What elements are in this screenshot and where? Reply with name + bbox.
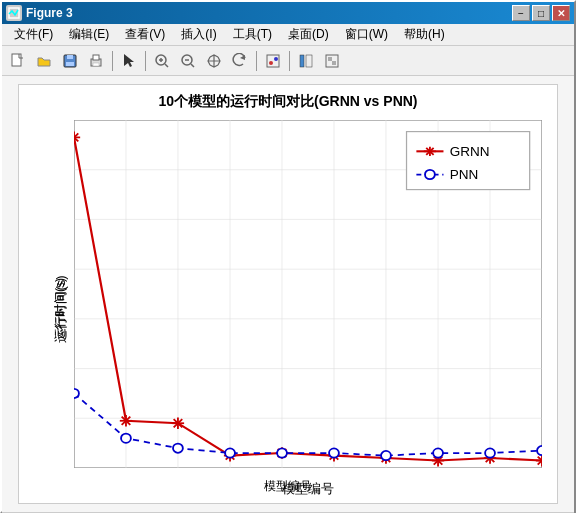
minimize-button[interactable]: −: [512, 5, 530, 21]
toolbar-separator-3: [256, 51, 257, 71]
main-window: Figure 3 − □ ✕ 文件(F)编辑(E)查看(V)插入(I)工具(T)…: [0, 0, 576, 513]
menu-item-帮助(H)[interactable]: 帮助(H): [396, 24, 453, 45]
menu-item-查看(V)[interactable]: 查看(V): [117, 24, 173, 45]
svg-rect-1: [12, 54, 21, 66]
svg-line-14: [191, 64, 194, 67]
svg-point-93: [537, 446, 542, 455]
open-button[interactable]: [32, 49, 56, 73]
legend-pnn-label: PNN: [450, 168, 479, 183]
chart-container: 10个模型的运行时间对比(GRNN vs PNN) 运行时间(s) 模型编号: [18, 84, 558, 504]
maximize-button[interactable]: □: [532, 5, 550, 21]
zoom-in-button[interactable]: [150, 49, 174, 73]
svg-rect-7: [93, 63, 99, 66]
svg-point-88: [277, 448, 287, 457]
menu-item-工具(T)[interactable]: 工具(T): [225, 24, 280, 45]
menu-bar: 文件(F)编辑(E)查看(V)插入(I)工具(T)桌面(D)窗口(W)帮助(H): [2, 24, 574, 46]
svg-point-85: [121, 434, 131, 443]
print-button[interactable]: [84, 49, 108, 73]
svg-point-92: [485, 448, 495, 457]
menu-item-文件(F)[interactable]: 文件(F): [6, 24, 61, 45]
legend-grnn-label: GRNN: [450, 144, 490, 159]
window-controls: − □ ✕: [512, 5, 570, 21]
menu-item-插入(I)[interactable]: 插入(I): [173, 24, 224, 45]
svg-rect-4: [66, 62, 74, 66]
svg-point-89: [329, 448, 339, 457]
chart-title: 10个模型的运行时间对比(GRNN vs PNN): [19, 85, 557, 115]
svg-rect-6: [93, 55, 99, 60]
save-button[interactable]: [58, 49, 82, 73]
window-title: Figure 3: [26, 6, 73, 20]
toolbar-separator-1: [112, 51, 113, 71]
svg-point-90: [381, 451, 391, 460]
brush-button[interactable]: [294, 49, 318, 73]
svg-rect-21: [306, 55, 312, 67]
menu-item-编辑(E)[interactable]: 编辑(E): [61, 24, 117, 45]
data-cursor-button[interactable]: [261, 49, 285, 73]
svg-rect-20: [300, 55, 304, 67]
toolbar: [2, 46, 574, 76]
toolbar-separator-2: [145, 51, 146, 71]
svg-point-101: [425, 170, 435, 179]
svg-marker-8: [124, 54, 134, 67]
rotate-button[interactable]: [228, 49, 252, 73]
svg-marker-16: [240, 55, 245, 60]
svg-point-87: [225, 448, 235, 457]
chart-area: 10个模型的运行时间对比(GRNN vs PNN) 运行时间(s) 模型编号: [2, 76, 574, 512]
link-button[interactable]: [320, 49, 344, 73]
svg-point-91: [433, 448, 443, 457]
new-button[interactable]: [6, 49, 30, 73]
svg-point-19: [274, 57, 278, 61]
pointer-button[interactable]: [117, 49, 141, 73]
toolbar-separator-4: [289, 51, 290, 71]
close-button[interactable]: ✕: [552, 5, 570, 21]
menu-item-窗口(W)[interactable]: 窗口(W): [337, 24, 396, 45]
title-bar: Figure 3 − □ ✕: [2, 2, 574, 24]
svg-point-84: [74, 389, 79, 398]
svg-rect-23: [328, 57, 332, 61]
pan-button[interactable]: [202, 49, 226, 73]
x-axis-label: 模型编号: [74, 480, 542, 498]
menu-item-桌面(D)[interactable]: 桌面(D): [280, 24, 337, 45]
zoom-out-button[interactable]: [176, 49, 200, 73]
svg-rect-17: [267, 55, 279, 67]
svg-point-86: [173, 444, 183, 453]
title-bar-left: Figure 3: [6, 5, 73, 21]
svg-line-10: [165, 64, 168, 67]
window-icon: [6, 5, 22, 21]
chart-svg: GRNN PNN 1.4 1.2 1 0.8 0.6 0.4 0.2 0 1 2: [74, 120, 542, 468]
svg-point-18: [269, 61, 273, 65]
svg-rect-3: [67, 55, 73, 59]
y-axis-label: 运行时间(s): [52, 275, 70, 342]
svg-rect-24: [332, 61, 336, 65]
